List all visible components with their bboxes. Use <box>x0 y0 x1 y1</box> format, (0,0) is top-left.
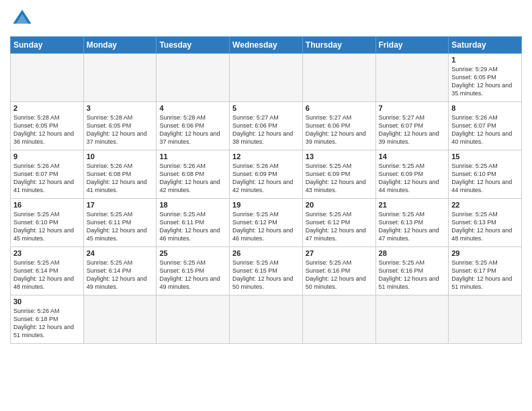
day-info: Sunrise: 5:25 AM Sunset: 6:12 PM Dayligh… <box>306 210 373 243</box>
calendar-cell: 23Sunrise: 5:25 AM Sunset: 6:14 PM Dayli… <box>11 247 84 295</box>
calendar-cell: 26Sunrise: 5:25 AM Sunset: 6:15 PM Dayli… <box>230 247 303 295</box>
calendar-cell: 9Sunrise: 5:26 AM Sunset: 6:07 PM Daylig… <box>11 150 84 199</box>
calendar-cell: 11Sunrise: 5:26 AM Sunset: 6:08 PM Dayli… <box>157 150 230 199</box>
day-of-week-thursday: Thursday <box>302 37 375 54</box>
calendar-cell: 6Sunrise: 5:27 AM Sunset: 6:06 PM Daylig… <box>302 102 375 150</box>
week-row-3: 16Sunrise: 5:25 AM Sunset: 6:10 PM Dayli… <box>11 199 522 247</box>
calendar-table: SundayMondayTuesdayWednesdayThursdayFrid… <box>10 36 522 344</box>
calendar-cell: 22Sunrise: 5:25 AM Sunset: 6:13 PM Dayli… <box>449 199 522 247</box>
calendar-cell <box>449 295 522 344</box>
day-info: Sunrise: 5:25 AM Sunset: 6:14 PM Dayligh… <box>13 259 81 291</box>
calendar-header-row: SundayMondayTuesdayWednesdayThursdayFrid… <box>11 37 522 54</box>
calendar-cell <box>83 54 157 102</box>
header <box>10 7 522 31</box>
day-number: 3 <box>87 104 154 112</box>
calendar-cell <box>230 54 303 102</box>
day-info: Sunrise: 5:26 AM Sunset: 6:09 PM Dayligh… <box>232 162 300 195</box>
day-info: Sunrise: 5:25 AM Sunset: 6:12 PM Dayligh… <box>232 210 300 243</box>
day-info: Sunrise: 5:26 AM Sunset: 6:07 PM Dayligh… <box>13 162 81 195</box>
day-info: Sunrise: 5:25 AM Sunset: 6:16 PM Dayligh… <box>379 259 446 291</box>
day-info: Sunrise: 5:29 AM Sunset: 6:05 PM Dayligh… <box>451 65 519 98</box>
day-number: 18 <box>159 201 226 209</box>
week-row-5: 30Sunrise: 5:26 AM Sunset: 6:18 PM Dayli… <box>11 295 522 344</box>
day-number: 24 <box>87 249 154 257</box>
calendar-cell: 17Sunrise: 5:25 AM Sunset: 6:11 PM Dayli… <box>83 199 157 247</box>
calendar-cell: 27Sunrise: 5:25 AM Sunset: 6:16 PM Dayli… <box>302 247 375 295</box>
calendar-cell <box>157 295 230 344</box>
calendar-cell: 1Sunrise: 5:29 AM Sunset: 6:05 PM Daylig… <box>449 54 522 102</box>
day-number: 4 <box>159 104 226 112</box>
calendar-cell: 7Sunrise: 5:27 AM Sunset: 6:07 PM Daylig… <box>375 102 449 150</box>
day-number: 10 <box>87 152 154 161</box>
week-row-4: 23Sunrise: 5:25 AM Sunset: 6:14 PM Dayli… <box>11 247 522 295</box>
calendar-cell <box>375 295 449 344</box>
day-number: 9 <box>13 152 81 161</box>
calendar-cell: 5Sunrise: 5:27 AM Sunset: 6:06 PM Daylig… <box>230 102 303 150</box>
day-number: 19 <box>232 201 300 209</box>
day-info: Sunrise: 5:27 AM Sunset: 6:07 PM Dayligh… <box>379 113 446 146</box>
day-number: 12 <box>232 152 300 161</box>
calendar-cell: 13Sunrise: 5:25 AM Sunset: 6:09 PM Dayli… <box>302 150 375 199</box>
day-info: Sunrise: 5:26 AM Sunset: 6:18 PM Dayligh… <box>13 307 81 340</box>
calendar-cell: 2Sunrise: 5:28 AM Sunset: 6:05 PM Daylig… <box>11 102 84 150</box>
day-number: 14 <box>379 152 446 161</box>
calendar-cell <box>302 54 375 102</box>
day-number: 7 <box>379 104 446 112</box>
day-of-week-wednesday: Wednesday <box>230 37 303 54</box>
calendar-cell: 3Sunrise: 5:28 AM Sunset: 6:05 PM Daylig… <box>83 102 157 150</box>
day-info: Sunrise: 5:25 AM Sunset: 6:13 PM Dayligh… <box>451 210 519 243</box>
calendar-cell <box>230 295 303 344</box>
day-number: 13 <box>306 152 373 161</box>
day-number: 11 <box>159 152 226 161</box>
calendar-cell: 25Sunrise: 5:25 AM Sunset: 6:15 PM Dayli… <box>157 247 230 295</box>
day-info: Sunrise: 5:25 AM Sunset: 6:14 PM Dayligh… <box>87 259 154 291</box>
calendar-cell <box>11 54 84 102</box>
day-info: Sunrise: 5:25 AM Sunset: 6:09 PM Dayligh… <box>379 162 446 195</box>
logo <box>10 7 37 31</box>
calendar-cell <box>375 54 449 102</box>
calendar-cell: 21Sunrise: 5:25 AM Sunset: 6:13 PM Dayli… <box>375 199 449 247</box>
calendar-cell: 19Sunrise: 5:25 AM Sunset: 6:12 PM Dayli… <box>230 199 303 247</box>
week-row-0: 1Sunrise: 5:29 AM Sunset: 6:05 PM Daylig… <box>11 54 522 102</box>
day-number: 6 <box>306 104 373 112</box>
day-number: 8 <box>451 104 519 112</box>
day-info: Sunrise: 5:25 AM Sunset: 6:13 PM Dayligh… <box>379 210 446 243</box>
day-number: 30 <box>13 298 81 306</box>
calendar-cell: 16Sunrise: 5:25 AM Sunset: 6:10 PM Dayli… <box>11 199 84 247</box>
day-info: Sunrise: 5:26 AM Sunset: 6:08 PM Dayligh… <box>87 162 154 195</box>
calendar-cell: 29Sunrise: 5:25 AM Sunset: 6:17 PM Dayli… <box>449 247 522 295</box>
day-number: 15 <box>451 152 519 161</box>
calendar-cell: 30Sunrise: 5:26 AM Sunset: 6:18 PM Dayli… <box>11 295 84 344</box>
day-number: 23 <box>13 249 81 257</box>
day-info: Sunrise: 5:26 AM Sunset: 6:08 PM Dayligh… <box>159 162 226 195</box>
day-info: Sunrise: 5:25 AM Sunset: 6:11 PM Dayligh… <box>87 210 154 243</box>
day-number: 21 <box>379 201 446 209</box>
week-row-1: 2Sunrise: 5:28 AM Sunset: 6:05 PM Daylig… <box>11 102 522 150</box>
day-info: Sunrise: 5:27 AM Sunset: 6:06 PM Dayligh… <box>306 113 373 146</box>
calendar-cell <box>83 295 157 344</box>
day-of-week-saturday: Saturday <box>449 37 522 54</box>
day-info: Sunrise: 5:25 AM Sunset: 6:10 PM Dayligh… <box>13 210 81 243</box>
day-of-week-tuesday: Tuesday <box>157 37 230 54</box>
day-of-week-friday: Friday <box>375 37 449 54</box>
day-number: 1 <box>451 56 519 64</box>
day-info: Sunrise: 5:28 AM Sunset: 6:06 PM Dayligh… <box>159 113 226 146</box>
day-number: 22 <box>451 201 519 209</box>
day-number: 17 <box>87 201 154 209</box>
day-number: 29 <box>451 249 519 257</box>
calendar-cell <box>302 295 375 344</box>
day-number: 25 <box>159 249 226 257</box>
logo-icon <box>10 7 34 31</box>
day-of-week-sunday: Sunday <box>11 37 84 54</box>
day-number: 20 <box>306 201 373 209</box>
day-info: Sunrise: 5:25 AM Sunset: 6:10 PM Dayligh… <box>451 162 519 195</box>
day-of-week-monday: Monday <box>83 37 157 54</box>
calendar-cell: 4Sunrise: 5:28 AM Sunset: 6:06 PM Daylig… <box>157 102 230 150</box>
calendar-cell: 8Sunrise: 5:26 AM Sunset: 6:07 PM Daylig… <box>449 102 522 150</box>
calendar-cell: 10Sunrise: 5:26 AM Sunset: 6:08 PM Dayli… <box>83 150 157 199</box>
day-info: Sunrise: 5:26 AM Sunset: 6:07 PM Dayligh… <box>451 113 519 146</box>
day-number: 16 <box>13 201 81 209</box>
calendar-cell: 15Sunrise: 5:25 AM Sunset: 6:10 PM Dayli… <box>449 150 522 199</box>
calendar-cell <box>157 54 230 102</box>
calendar-cell: 24Sunrise: 5:25 AM Sunset: 6:14 PM Dayli… <box>83 247 157 295</box>
